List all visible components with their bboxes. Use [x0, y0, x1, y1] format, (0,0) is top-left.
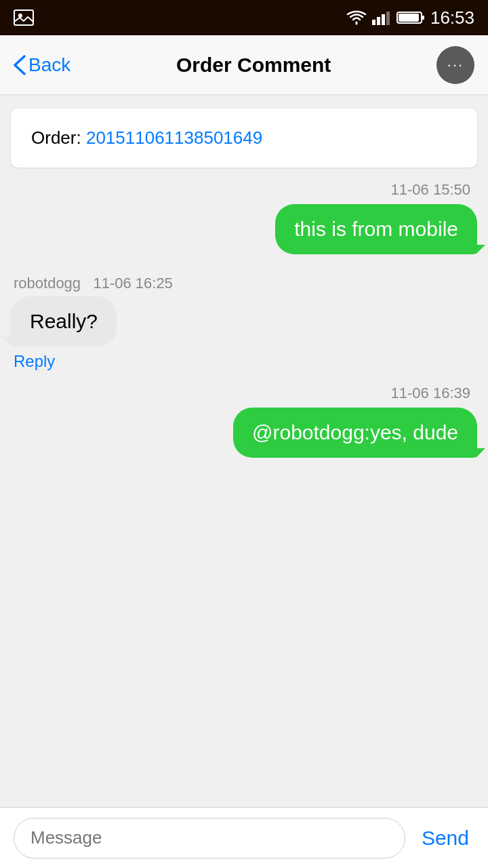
more-button[interactable]: ···: [436, 46, 474, 84]
svg-rect-0: [14, 10, 33, 25]
message-text-1: this is from mobile: [294, 218, 458, 240]
svg-rect-5: [386, 12, 390, 25]
message-text-2: Really?: [30, 310, 98, 332]
svg-rect-8: [399, 14, 419, 22]
order-header: Order: 201511061138501649: [11, 108, 477, 167]
status-time: 16:53: [430, 7, 474, 28]
svg-rect-4: [382, 14, 385, 25]
reply-button[interactable]: Reply: [14, 352, 477, 371]
message-sent-1: this is from mobile: [11, 204, 477, 254]
svg-rect-3: [377, 17, 380, 25]
svg-rect-2: [372, 20, 375, 25]
chat-area: 11-06 15:50 this is from mobile robotdog…: [0, 174, 488, 807]
battery-icon: [396, 10, 425, 25]
nav-bar: Back Order Comment ···: [0, 35, 488, 95]
bubble-sent-1: this is from mobile: [275, 204, 477, 254]
input-bar: Send: [0, 807, 488, 868]
message-text-3: @robotdogg:yes, dude: [252, 421, 458, 443]
more-icon: ···: [447, 56, 464, 74]
message-author-time-2: robotdogg 11-06 16:25: [14, 275, 477, 292]
order-label: Order:: [31, 127, 86, 148]
message-timestamp-3: 11-06 16:39: [11, 384, 470, 402]
message-timestamp-1: 11-06 15:50: [11, 181, 470, 199]
order-id[interactable]: 201511061138501649: [86, 127, 262, 148]
status-bar-right: 16:53: [346, 7, 474, 28]
message-sent-3: @robotdogg:yes, dude: [11, 408, 477, 458]
image-icon: [14, 9, 34, 26]
back-chevron-icon: [14, 55, 26, 75]
message-input[interactable]: [14, 818, 405, 859]
bubble-sent-3: @robotdogg:yes, dude: [233, 408, 477, 458]
wifi-icon: [346, 10, 367, 25]
status-bar-left: [14, 9, 34, 26]
page-title: Order Comment: [176, 54, 331, 77]
svg-rect-7: [422, 16, 424, 20]
bubble-received-2: Really?: [11, 296, 117, 347]
signal-icon: [372, 10, 391, 25]
back-button[interactable]: Back: [14, 54, 70, 76]
message-received-2: Really?: [11, 296, 477, 347]
message-received-wrapper-2: robotdogg 11-06 16:25 Really? Reply: [11, 275, 477, 371]
back-label: Back: [28, 54, 70, 76]
send-button[interactable]: Send: [416, 827, 474, 850]
status-bar: 16:53: [0, 0, 488, 35]
svg-point-1: [18, 14, 22, 18]
